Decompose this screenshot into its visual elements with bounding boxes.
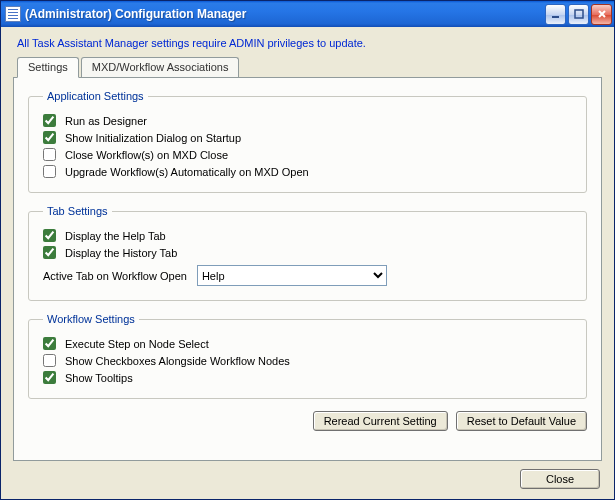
- option-label: Display the Help Tab: [65, 230, 166, 242]
- active-tab-label: Active Tab on Workflow Open: [43, 270, 187, 282]
- reread-current-setting-button[interactable]: Reread Current Setting: [313, 411, 448, 431]
- show-tooltips-checkbox[interactable]: [43, 371, 56, 384]
- option-row: Execute Step on Node Select: [43, 337, 576, 350]
- execute-step-on-select-checkbox[interactable]: [43, 337, 56, 350]
- option-label: Execute Step on Node Select: [65, 338, 209, 350]
- app-icon: [5, 6, 21, 22]
- config-manager-window: (Administrator) Configuration Manager Al…: [0, 0, 615, 500]
- option-label: Run as Designer: [65, 115, 147, 127]
- show-init-dialog-checkbox[interactable]: [43, 131, 56, 144]
- svg-rect-0: [552, 16, 559, 18]
- window-controls: [545, 4, 612, 25]
- tab-mxd-workflow-associations[interactable]: MXD/Workflow Associations: [81, 57, 240, 77]
- client-area: All Task Assistant Manager settings requ…: [1, 27, 614, 499]
- option-row: Show Checkboxes Alongside Workflow Nodes: [43, 354, 576, 367]
- option-label: Show Initialization Dialog on Startup: [65, 132, 241, 144]
- option-label: Display the History Tab: [65, 247, 177, 259]
- minimize-button[interactable]: [545, 4, 566, 25]
- option-row: Display the Help Tab: [43, 229, 576, 242]
- svg-rect-1: [575, 10, 583, 18]
- minimize-icon: [551, 9, 561, 19]
- tab-label: Settings: [28, 61, 68, 73]
- option-label: Show Checkboxes Alongside Workflow Nodes: [65, 355, 290, 367]
- maximize-icon: [574, 9, 584, 19]
- option-label: Close Workflow(s) on MXD Close: [65, 149, 228, 161]
- upgrade-workflows-on-open-checkbox[interactable]: [43, 165, 56, 178]
- workflow-settings-group: Workflow Settings Execute Step on Node S…: [28, 313, 587, 399]
- display-help-tab-checkbox[interactable]: [43, 229, 56, 242]
- maximize-button[interactable]: [568, 4, 589, 25]
- option-row: Upgrade Workflow(s) Automatically on MXD…: [43, 165, 576, 178]
- tab-settings-group: Tab Settings Display the Help Tab Displa…: [28, 205, 587, 301]
- option-row: Display the History Tab: [43, 246, 576, 259]
- option-label: Show Tooltips: [65, 372, 133, 384]
- active-tab-row: Active Tab on Workflow Open Help: [43, 265, 576, 286]
- group-legend: Application Settings: [43, 90, 148, 102]
- close-icon: [597, 9, 607, 19]
- titlebar: (Administrator) Configuration Manager: [1, 1, 614, 27]
- display-history-tab-checkbox[interactable]: [43, 246, 56, 259]
- show-checkboxes-alongside-nodes-checkbox[interactable]: [43, 354, 56, 367]
- window-close-button[interactable]: [591, 4, 612, 25]
- group-legend: Workflow Settings: [43, 313, 139, 325]
- panel-button-row: Reread Current Setting Reset to Default …: [28, 411, 587, 431]
- admin-privileges-notice: All Task Assistant Manager settings requ…: [17, 37, 602, 49]
- option-row: Show Initialization Dialog on Startup: [43, 131, 576, 144]
- tab-settings[interactable]: Settings: [17, 57, 79, 78]
- reset-to-default-button[interactable]: Reset to Default Value: [456, 411, 587, 431]
- settings-panel: Application Settings Run as Designer Sho…: [13, 77, 602, 461]
- tab-label: MXD/Workflow Associations: [92, 61, 229, 73]
- close-workflows-on-mxd-close-checkbox[interactable]: [43, 148, 56, 161]
- option-row: Close Workflow(s) on MXD Close: [43, 148, 576, 161]
- application-settings-group: Application Settings Run as Designer Sho…: [28, 90, 587, 193]
- active-tab-select[interactable]: Help: [197, 265, 387, 286]
- option-label: Upgrade Workflow(s) Automatically on MXD…: [65, 166, 309, 178]
- group-legend: Tab Settings: [43, 205, 112, 217]
- close-button[interactable]: Close: [520, 469, 600, 489]
- option-row: Show Tooltips: [43, 371, 576, 384]
- tabstrip: Settings MXD/Workflow Associations: [17, 57, 604, 77]
- footer-button-row: Close: [11, 461, 604, 489]
- window-title: (Administrator) Configuration Manager: [25, 7, 545, 21]
- option-row: Run as Designer: [43, 114, 576, 127]
- run-as-designer-checkbox[interactable]: [43, 114, 56, 127]
